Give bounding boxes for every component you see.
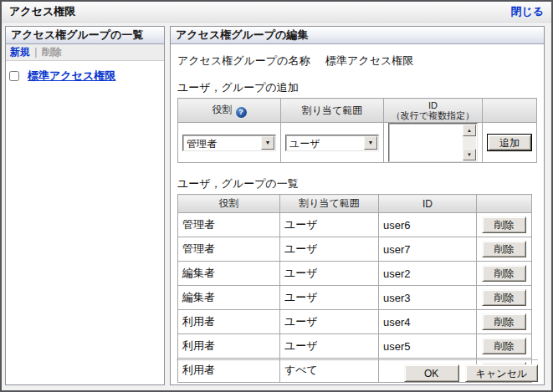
- group-list-toolbar: 新規 | 削除: [6, 44, 164, 61]
- add-button-cell: 追加: [483, 123, 537, 163]
- action-cell: 削除: [477, 310, 532, 334]
- delete-button[interactable]: 削除: [482, 289, 526, 306]
- user-group-list-table: 役割 割り当て範囲 ID 管理者 ユーザ user6 削除 管理者 ユーザ us…: [177, 194, 532, 383]
- add-col-role-header: 役割?: [178, 99, 281, 123]
- add-col-id-sublabel: （改行で複数指定）: [387, 110, 479, 120]
- table-row: 管理者 ユーザ user6 削除: [178, 213, 532, 237]
- scroll-down-icon[interactable]: ▼: [463, 149, 476, 160]
- group-name-link[interactable]: 標準アクセス権限: [28, 69, 115, 84]
- cancel-button[interactable]: キャンセル: [465, 364, 538, 382]
- delete-button[interactable]: 削除: [482, 313, 526, 330]
- scope-select-cell: ユーザ ▼: [281, 123, 384, 163]
- textarea-scrollbar[interactable]: ▲ ▼: [463, 125, 476, 160]
- add-col-role-label: 役割: [212, 104, 233, 115]
- group-name-value: 標準アクセス権限: [325, 54, 413, 67]
- list-col-action-header: [477, 195, 532, 213]
- table-row: 編集者 ユーザ user2 削除: [178, 262, 532, 286]
- table-row: 編集者 ユーザ user3 削除: [178, 286, 532, 310]
- delete-button[interactable]: 削除: [482, 338, 526, 354]
- id-textarea-frame: ▲ ▼: [388, 123, 478, 162]
- id-cell: user3: [379, 286, 477, 310]
- group-name-label: アクセス権グループの名称: [177, 54, 310, 67]
- close-link[interactable]: 閉じる: [510, 4, 544, 19]
- list-col-scope-header: 割り当て範囲: [280, 195, 379, 213]
- group-name-row: アクセス権グループの名称 標準アクセス権限: [177, 53, 537, 69]
- toolbar-separator: |: [33, 46, 38, 58]
- table-row: 利用者 ユーザ user5 削除: [178, 334, 532, 359]
- group-checkbox[interactable]: [9, 71, 19, 81]
- group-edit-panel: アクセス権グループの編集 アクセス権グループの名称 標準アクセス権限 ユーザ，グ…: [170, 26, 545, 385]
- list-col-id-header: ID: [379, 195, 477, 213]
- add-col-id-label: ID: [387, 100, 479, 110]
- delete-group-link-disabled: 削除: [42, 46, 62, 58]
- help-icon[interactable]: ?: [236, 107, 247, 118]
- id-input-cell: ▲ ▼: [384, 123, 483, 163]
- delete-button[interactable]: 削除: [482, 241, 526, 257]
- role-select-value: 管理者: [187, 137, 217, 151]
- list-item: 標準アクセス権限: [6, 61, 164, 84]
- scope-cell: ユーザ: [280, 310, 379, 334]
- add-col-id-header: ID （改行で複数指定）: [384, 99, 483, 123]
- chevron-down-icon[interactable]: ▼: [364, 136, 377, 150]
- id-cell: user2: [379, 262, 477, 286]
- scope-select[interactable]: ユーザ ▼: [285, 135, 379, 151]
- group-edit-content: アクセス権グループの名称 標準アクセス権限 ユーザ，グループの追加 役割? 割り…: [171, 45, 544, 384]
- table-row: 利用者 ユーザ user4 削除: [178, 310, 532, 334]
- dialog-titlebar: アクセス権限 閉じる: [2, 2, 551, 23]
- add-section-title: ユーザ，グループの追加: [177, 80, 537, 95]
- action-cell: 削除: [477, 237, 532, 262]
- list-section-title: ユーザ，グループの一覧: [177, 176, 537, 191]
- list-col-role-header: 役割: [178, 195, 280, 213]
- access-permission-dialog: アクセス権限 閉じる アクセス権グループの一覧 新規 | 削除 標準アクセス権限…: [0, 0, 553, 392]
- add-button-focus-ring: 追加: [487, 134, 532, 151]
- chevron-down-icon[interactable]: ▼: [261, 136, 274, 150]
- dialog-title: アクセス権限: [9, 4, 75, 19]
- role-cell: 編集者: [178, 286, 280, 310]
- role-cell: 管理者: [178, 213, 280, 237]
- ok-button[interactable]: OK: [404, 364, 459, 382]
- id-cell: user6: [379, 213, 477, 237]
- role-cell: 編集者: [178, 262, 280, 286]
- action-cell: 削除: [477, 286, 532, 310]
- table-row: 管理者 ユーザ user7 削除: [178, 237, 532, 262]
- scope-select-value: ユーザ: [289, 137, 320, 151]
- id-cell: user5: [379, 334, 477, 359]
- role-cell: 利用者: [178, 310, 280, 334]
- id-textarea[interactable]: [391, 125, 463, 160]
- add-col-scope-label: 割り当て範囲: [302, 104, 363, 116]
- role-cell: 管理者: [178, 237, 280, 262]
- add-user-group-table: 役割? 割り当て範囲 ID （改行で複数指定） 管理者: [177, 98, 537, 163]
- add-col-action-header: [483, 99, 537, 123]
- role-select-cell: 管理者 ▼: [178, 123, 281, 163]
- id-cell: user7: [379, 237, 477, 262]
- action-cell: 削除: [477, 262, 532, 286]
- scope-cell: ユーザ: [280, 286, 379, 310]
- scroll-up-icon[interactable]: ▲: [463, 125, 476, 136]
- group-list-panel-title: アクセス権グループの一覧: [6, 27, 164, 44]
- action-cell: 削除: [477, 213, 532, 237]
- role-select[interactable]: 管理者 ▼: [182, 135, 276, 151]
- delete-button[interactable]: 削除: [482, 265, 526, 282]
- dialog-footer: OK キャンセル: [177, 359, 538, 382]
- scope-cell: ユーザ: [280, 213, 379, 237]
- role-cell: 利用者: [178, 334, 280, 359]
- id-cell: user4: [379, 310, 477, 334]
- add-button[interactable]: 追加: [488, 135, 531, 150]
- new-group-link[interactable]: 新規: [10, 46, 30, 58]
- scope-cell: ユーザ: [280, 334, 379, 359]
- action-cell: 削除: [477, 334, 532, 359]
- scope-cell: ユーザ: [280, 237, 379, 262]
- add-col-scope-header: 割り当て範囲: [281, 99, 384, 123]
- group-list-panel: アクセス権グループの一覧 新規 | 削除 標準アクセス権限: [5, 26, 165, 385]
- delete-button[interactable]: 削除: [482, 216, 526, 233]
- scope-cell: ユーザ: [280, 262, 379, 286]
- group-edit-panel-title: アクセス権グループの編集: [171, 27, 544, 44]
